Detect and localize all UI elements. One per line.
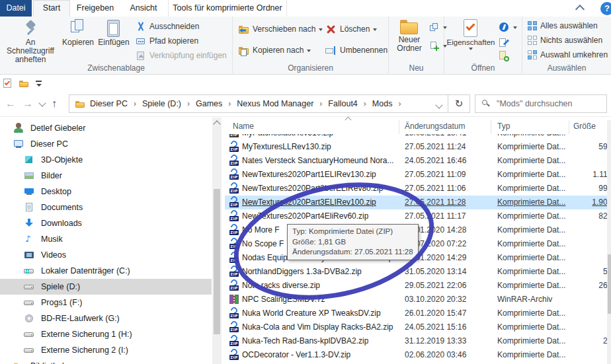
sidebar-item[interactable]: Bibliotheken: [0, 358, 212, 364]
breadcrumb-separator-icon[interactable]: ›: [318, 99, 323, 108]
qat-folder-icon[interactable]: [19, 78, 29, 89]
sidebar-item[interactable]: Musik: [0, 231, 212, 247]
sidebar-item[interactable]: BD-RE-Laufwerk (G:): [0, 310, 212, 326]
back-icon[interactable]: ←: [5, 98, 16, 109]
breadcrumb-separator-icon[interactable]: ›: [397, 99, 402, 108]
sidebar-item[interactable]: Downloads: [0, 215, 212, 231]
breadcrumb-separator-icon[interactable]: ›: [186, 99, 191, 108]
sidebar-item[interactable]: Lokaler Datenträger (C:): [0, 263, 212, 279]
table-row[interactable]: NewTextures2020Part4EliRev60.zip27.05.20…: [225, 209, 611, 223]
tab-share[interactable]: Freigeben: [71, 0, 119, 17]
filelist-scrollbar-thumb[interactable]: [608, 254, 611, 314]
sidebar-scrollbar-thumb[interactable]: [214, 189, 220, 334]
desktop-icon: [24, 186, 34, 197]
address-dropdown-icon[interactable]: [435, 101, 442, 108]
breadcrumb-separator-icon[interactable]: ›: [132, 99, 138, 108]
sidebar-item[interactable]: Documents: [0, 200, 212, 215]
scroll-up-icon[interactable]: [213, 120, 220, 127]
column-header-date[interactable]: Änderungsdatum: [405, 122, 465, 131]
sidebar-item[interactable]: Externe Sicherung 1 (H:): [0, 326, 212, 342]
table-row[interactable]: NPC ScalingESMDV.7z03.10.2020 20:32WinRA…: [225, 293, 611, 307]
tab-start[interactable]: Start: [33, 0, 70, 17]
sidebar-item[interactable]: Progs1 (F:): [0, 295, 212, 310]
qat-properties-icon[interactable]: [2, 78, 13, 89]
select-none-button[interactable]: Nichts auswählen: [528, 34, 602, 47]
breadcrumb-separator-icon[interactable]: ›: [362, 99, 368, 108]
table-row[interactable]: Nuka-Cola and Vim Display Racks-BA2.zip2…: [225, 320, 611, 334]
tab-compressed-folder-tools[interactable]: Tools für komprimierte Ordner: [168, 0, 287, 17]
tab-file[interactable]: Datei: [0, 0, 32, 17]
sidebar-item[interactable]: Desktop: [0, 184, 212, 200]
collapse-ribbon-icon[interactable]: [575, 5, 585, 14]
table-row[interactable]: Note racks diverse.zip29.05.2021 22:06Ko…: [225, 279, 611, 293]
group-clipboard: An Schnellzugriff anheften Kopieren Einf…: [0, 17, 233, 73]
new-folder-button[interactable]: Neuer Ordner: [390, 18, 428, 53]
column-header-name[interactable]: Name: [233, 122, 254, 131]
select-all-button[interactable]: Alles auswählen: [528, 19, 598, 32]
sidebar-item[interactable]: 3D-Objekte: [0, 152, 212, 168]
tab-view[interactable]: Ansicht: [123, 0, 164, 17]
sort-ascending-icon[interactable]: [345, 117, 352, 124]
sidebar-scrollbar[interactable]: [212, 118, 222, 364]
edit-button[interactable]: [499, 36, 510, 49]
table-row[interactable]: Nuka World Creature XP TweaksDV.zip26.01…: [225, 307, 611, 320]
table-row[interactable]: Nates Versteck SanctuaryHomeund Nora...2…: [225, 154, 611, 168]
table-row[interactable]: NewTextures2020Part1ELIRev130.zip27.05.2…: [225, 168, 611, 182]
breadcrumb-item[interactable]: Spiele (D:): [138, 95, 186, 112]
cut-button[interactable]: Ausschneiden: [135, 20, 199, 33]
sidebar-item-label: Lokaler Datenträger (C:): [41, 266, 130, 275]
column-header-type[interactable]: Typ: [497, 122, 510, 131]
move-to-button[interactable]: Verschieben nach: [238, 22, 323, 36]
properties-button[interactable]: Eigenschaften: [446, 18, 496, 52]
group-new: Neuer Ordner Neu: [389, 17, 444, 73]
breadcrumb-separator-icon[interactable]: ›: [227, 99, 232, 108]
help-icon[interactable]: ?: [600, 2, 611, 15]
table-row[interactable]: MyTexturesLLRev130.zip27.05.2021 11:24Ko…: [225, 140, 611, 154]
file-name: Nuka-Tech Rad-Bans-kplDVBA2.zip: [242, 336, 368, 346]
filelist-scrollbar[interactable]: [607, 120, 611, 364]
delete-button[interactable]: Löschen: [325, 22, 377, 36]
address-bar[interactable]: Dieser PC›Spiele (D:)›Games›Nexus Mod Ma…: [69, 94, 448, 113]
copy-button[interactable]: Kopieren: [61, 18, 95, 47]
column-header-size[interactable]: Größe: [573, 122, 596, 131]
breadcrumb-item[interactable]: Fallout4: [323, 95, 362, 112]
breadcrumb-item[interactable]: Dieser PC: [85, 95, 132, 112]
copy-path-button[interactable]: Pfad kopieren: [135, 34, 198, 48]
breadcrumb-item[interactable]: Mods: [368, 95, 397, 112]
delete-x-icon: [325, 24, 337, 35]
invert-selection-button[interactable]: Auswahl umkehren: [528, 48, 608, 61]
table-row[interactable]: NorthlandDiggers 1.3a-DVBa2.zip31.05.202…: [225, 265, 611, 279]
file-type: Komprimierte Dat...: [497, 336, 565, 346]
recent-locations-icon[interactable]: [38, 99, 46, 106]
search-box[interactable]: [475, 94, 607, 113]
paste-shortcut-button[interactable]: Verknüpfung einfügen: [135, 49, 227, 62]
table-row[interactable]: NewTextures2020Part2berELIRev80.zip27.05…: [225, 182, 611, 196]
sidebar-item[interactable]: Spiele (D:): [0, 279, 212, 295]
sidebar-item-label: Musik: [41, 235, 63, 244]
table-row[interactable]: NewTextures2020Part3ELIRev100.zip27.05.2…: [225, 196, 611, 209]
up-icon[interactable]: ↑: [52, 98, 57, 109]
paste-button[interactable]: Einfügen: [97, 18, 131, 47]
sidebar-item[interactable]: Bilder: [0, 168, 212, 184]
copy-icon: [69, 18, 87, 38]
forward-icon[interactable]: →: [22, 98, 33, 109]
breadcrumb-item[interactable]: Nexus Mod Manager: [232, 95, 318, 112]
rename-button[interactable]: Umbenennen: [325, 44, 387, 57]
table-row[interactable]: Nuka-Tech Rad-Bans-kplDVBA2.zip31.12.201…: [225, 334, 611, 348]
copy-to-button[interactable]: Kopieren nach: [238, 44, 311, 57]
sidebar-item-label: 3D-Objekte: [41, 155, 83, 164]
table-row[interactable]: OCDecorator - Ver1.1.3-DV.zip02.06.2020 …: [225, 348, 611, 362]
open-button[interactable]: [499, 20, 517, 34]
breadcrumb-item[interactable]: Games: [191, 95, 227, 112]
sidebar-item-label: Downloads: [41, 219, 82, 228]
search-input[interactable]: [495, 98, 606, 109]
sidebar-item[interactable]: Externe Sicherung 2 (I:): [0, 342, 212, 358]
pin-to-quick-access-button[interactable]: An Schnellzugriff anheften: [1, 18, 60, 64]
qat-customize-icon[interactable]: [34, 78, 46, 89]
sidebar-item[interactable]: Detlef Giebeler: [0, 120, 212, 136]
sidebar-item[interactable]: Dieser PC: [0, 136, 212, 152]
sidebar-item-label: Detlef Giebeler: [30, 124, 85, 133]
history-button[interactable]: [499, 50, 510, 63]
sidebar-item[interactable]: Videos: [0, 247, 212, 263]
refresh-button[interactable]: ↻: [448, 94, 470, 113]
